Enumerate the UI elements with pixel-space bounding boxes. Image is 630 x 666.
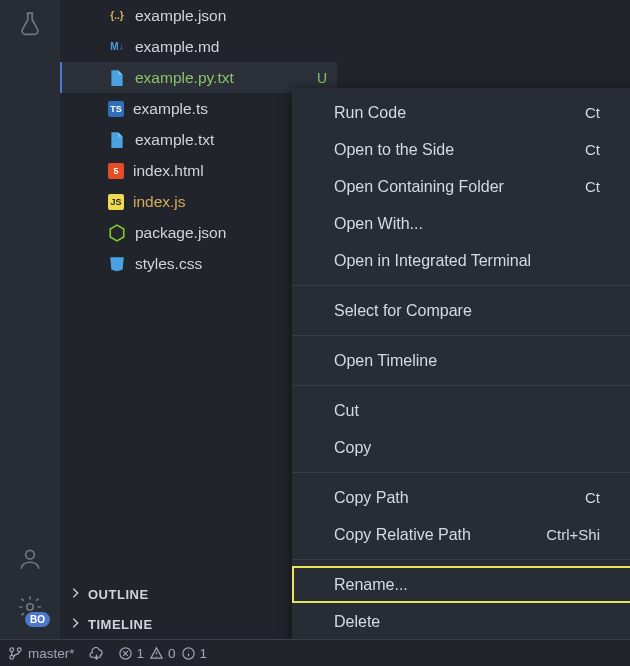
menu-item-label: Open to the Side xyxy=(334,141,454,159)
menu-item[interactable]: Cut xyxy=(292,392,630,429)
settings-icon[interactable]: BO xyxy=(6,583,54,631)
menu-item-shortcut: Ct xyxy=(585,104,600,121)
file-row[interactable]: {..}example.json xyxy=(60,0,337,31)
context-menu: Run CodeCtOpen to the SideCtOpen Contain… xyxy=(292,88,630,646)
menu-item[interactable]: Copy Relative PathCtrl+Shi xyxy=(292,516,630,553)
problems-indicator[interactable]: 1 0 1 xyxy=(118,640,208,666)
menu-item[interactable]: Rename... xyxy=(292,566,630,603)
menu-item[interactable]: Run CodeCt xyxy=(292,94,630,131)
sync-indicator[interactable] xyxy=(89,640,104,666)
git-status: U xyxy=(317,70,327,86)
menu-item[interactable]: Open in Integrated Terminal xyxy=(292,242,630,279)
menu-item-shortcut: Ct xyxy=(585,141,600,158)
menu-item[interactable]: Copy xyxy=(292,429,630,466)
info-count: 1 xyxy=(200,646,208,661)
menu-item[interactable]: Open to the SideCt xyxy=(292,131,630,168)
menu-item-shortcut: Ct xyxy=(585,489,600,506)
menu-item[interactable]: Open Containing FolderCt xyxy=(292,168,630,205)
branch-name: master* xyxy=(28,646,75,661)
menu-item-label: Select for Compare xyxy=(334,302,472,320)
account-icon[interactable] xyxy=(6,535,54,583)
menu-separator xyxy=(292,385,630,386)
svg-point-1 xyxy=(27,604,34,611)
chevron-right-icon xyxy=(68,586,82,603)
chevron-right-icon xyxy=(68,616,82,633)
menu-item-label: Cut xyxy=(334,402,359,420)
file-icon xyxy=(108,131,126,149)
menu-item[interactable]: Open With... xyxy=(292,205,630,242)
status-bar: master* 1 0 1 xyxy=(0,639,630,666)
menu-separator xyxy=(292,472,630,473)
cloud-sync-icon xyxy=(89,646,104,661)
menu-item-shortcut: Ct xyxy=(585,178,600,195)
info-icon xyxy=(181,646,196,661)
menu-item-label: Open Timeline xyxy=(334,352,437,370)
json-icon: {..} xyxy=(108,7,126,25)
css-icon xyxy=(108,255,126,273)
html-icon: 5 xyxy=(108,163,124,179)
file-name: example.json xyxy=(135,7,327,25)
menu-item[interactable]: Open Timeline xyxy=(292,342,630,379)
warning-count: 0 xyxy=(168,646,176,661)
menu-separator xyxy=(292,559,630,560)
file-row[interactable]: M↓example.md xyxy=(60,31,337,62)
svg-point-4 xyxy=(17,647,21,651)
menu-item[interactable]: Delete xyxy=(292,603,630,640)
menu-item-label: Rename... xyxy=(334,576,408,594)
menu-item-shortcut: Ctrl+Shi xyxy=(546,526,600,543)
flask-icon[interactable] xyxy=(6,0,54,48)
git-branch-icon xyxy=(8,646,23,661)
svg-point-2 xyxy=(10,647,14,651)
node-icon xyxy=(108,224,126,242)
menu-item-label: Delete xyxy=(334,613,380,631)
menu-item-label: Copy Path xyxy=(334,489,409,507)
timeline-label: TIMELINE xyxy=(88,617,153,632)
typescript-icon: TS xyxy=(108,101,124,117)
file-name: example.md xyxy=(135,38,327,56)
branch-indicator[interactable]: master* xyxy=(8,640,75,666)
menu-item-label: Open in Integrated Terminal xyxy=(334,252,531,270)
menu-item-label: Copy xyxy=(334,439,371,457)
settings-badge: BO xyxy=(25,612,50,627)
javascript-icon: JS xyxy=(108,194,124,210)
warning-icon xyxy=(149,646,164,661)
menu-item-label: Run Code xyxy=(334,104,406,122)
menu-separator xyxy=(292,285,630,286)
activity-bar: BO xyxy=(0,0,60,639)
menu-item-label: Open With... xyxy=(334,215,423,233)
menu-separator xyxy=(292,335,630,336)
file-icon xyxy=(108,69,126,87)
error-count: 1 xyxy=(137,646,145,661)
menu-item[interactable]: Select for Compare xyxy=(292,292,630,329)
markdown-icon: M↓ xyxy=(108,38,126,56)
menu-item-label: Copy Relative Path xyxy=(334,526,471,544)
outline-label: OUTLINE xyxy=(88,587,149,602)
svg-point-0 xyxy=(26,550,35,559)
file-name: example.py.txt xyxy=(135,69,308,87)
menu-item[interactable]: Copy PathCt xyxy=(292,479,630,516)
menu-item-label: Open Containing Folder xyxy=(334,178,504,196)
error-icon xyxy=(118,646,133,661)
